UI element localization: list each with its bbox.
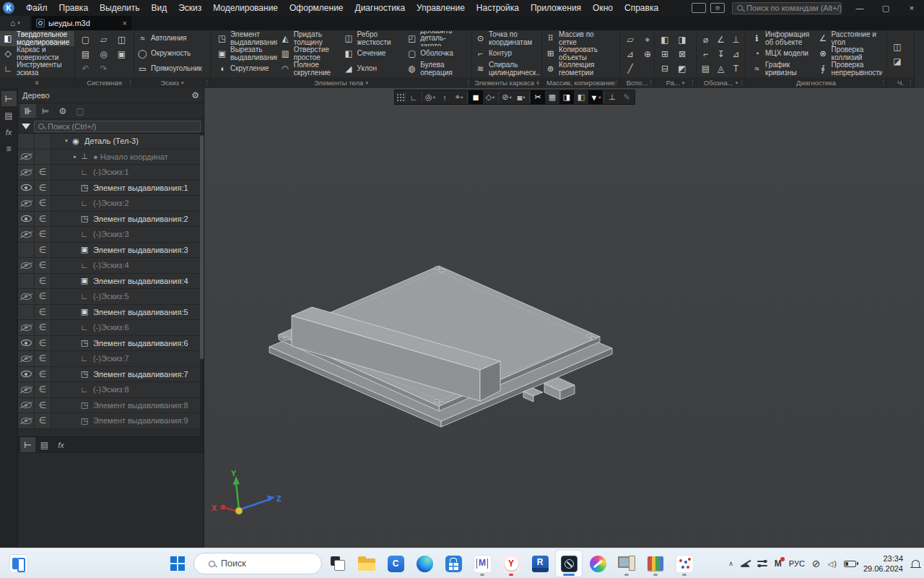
ribbon-group-label[interactable]: Системная [75, 77, 134, 88]
maximize-button[interactable]: ▢ [875, 0, 897, 16]
microsoft-store[interactable] [440, 551, 466, 577]
sliders-icon[interactable] [757, 559, 767, 568]
battery-icon[interactable] [844, 561, 856, 567]
shell[interactable]: ▢ Оболочка [405, 46, 467, 61]
curvature-graph[interactable]: ≈ График кривизны [750, 61, 816, 77]
tree-bottom-tab[interactable]: ⊢ [20, 437, 35, 452]
circle[interactable]: ◯ Окружность [136, 46, 209, 61]
parameters-bottom-tab[interactable]: ▤ [37, 437, 52, 452]
group-grip-icon[interactable] [129, 79, 132, 86]
visibility-toggle[interactable] [18, 196, 35, 211]
copy-objects[interactable]: ⊞ Копировать объекты [544, 46, 618, 61]
list-strip-tab[interactable]: ≡ [1, 141, 17, 156]
edge-browser[interactable] [411, 551, 437, 577]
menu-item[interactable]: Вид [145, 1, 173, 15]
extrude-element[interactable]: ◳ Элемент выдавливания [215, 31, 277, 46]
notifications-bell-icon[interactable] [912, 560, 920, 567]
object-info[interactable]: ℹ Информация об объекте [750, 31, 816, 46]
menu-item[interactable]: Управление [411, 1, 471, 15]
construction-line[interactable]: ╱ [622, 61, 639, 75]
visibility-toggle[interactable] [18, 243, 35, 258]
separator[interactable] [498, 92, 499, 103]
datum-notation[interactable]: ⊥ [728, 33, 744, 46]
origin[interactable]: ▸ ⊥ ● Начало координат [18, 150, 204, 165]
angle-notation[interactable]: ∠ [712, 33, 729, 46]
filter-icon[interactable] [18, 124, 34, 129]
save-as[interactable]: ▣ [113, 47, 130, 61]
ribbon-group-label[interactable]: Ч. [887, 77, 914, 88]
cone-notation[interactable]: ◬ [712, 61, 729, 75]
part-root[interactable]: ▾ ◉ Деталь (Тел-3) [18, 134, 204, 150]
construction-plane[interactable]: ▱ [622, 33, 639, 46]
text-notation[interactable]: T [728, 61, 744, 75]
render-mode-tool[interactable]: ◨ [559, 90, 574, 104]
leader-notation[interactable]: ⌐ [697, 47, 714, 61]
display-style-mode[interactable]: ◇ ▾ [483, 90, 497, 104]
winrar-app[interactable] [642, 551, 668, 577]
task-view[interactable] [325, 551, 351, 577]
krita-app[interactable] [585, 551, 611, 577]
expand-arrow-icon[interactable]: ▸ [71, 154, 79, 160]
sketch-7[interactable]: ∈ ∟ (-)Эскиз:7 [18, 351, 204, 367]
distance-angle[interactable]: ∠ Расстояние и угол [816, 31, 883, 46]
new-document[interactable]: ▢ [77, 33, 94, 46]
group-grip-icon[interactable] [206, 79, 209, 86]
visibility-toggle[interactable] [18, 227, 35, 242]
diameter-notation[interactable]: ⌀ [697, 33, 714, 46]
mode-sketch-tools[interactable]: ∟ Инструменты эскиза [0, 61, 74, 77]
sketch-plane-tool[interactable]: ∟ [406, 90, 421, 104]
model-3d[interactable] [269, 266, 612, 427]
ribbon-group-label[interactable]: Массив, копирование [542, 77, 619, 88]
cylindrical-spiral[interactable]: ≋ Спираль цилиндрическ... [474, 61, 540, 77]
kompas-3d-app[interactable] [556, 551, 582, 577]
group-grip-icon[interactable] [467, 79, 470, 86]
yandex-browser[interactable]: Y [498, 551, 524, 577]
mode-wireframe-surfaces[interactable]: ◇ Каркас и поверхности [0, 46, 74, 61]
taskbar-clock[interactable]: 23:34 29.06.2024 [863, 553, 903, 574]
dimension-5[interactable]: ⊟ [657, 61, 674, 75]
extrude-8[interactable]: ∈ ◳ Элемент выдавливания:8 [18, 398, 204, 414]
separator[interactable] [405, 92, 406, 103]
continuity-check[interactable]: ∮ Проверка непрерывности [816, 61, 883, 77]
collision-check[interactable]: ⊗ Проверка коллизий [816, 46, 883, 61]
ribbon-group-label[interactable]: Вспо... [620, 77, 654, 88]
display-solid-mode[interactable]: ◼ [468, 90, 483, 104]
visibility-toggle[interactable] [18, 305, 35, 320]
menu-item[interactable]: Файл [20, 1, 53, 15]
menu-item[interactable]: Справка [619, 1, 664, 15]
ribbon-group-label[interactable]: Диагностика [746, 77, 886, 88]
onedrive-offline-icon[interactable]: ☁ [741, 558, 750, 569]
geometry-collection[interactable]: ⊛ Коллекция геометрии [544, 61, 618, 77]
extrude-6[interactable]: ∈ ◳ Элемент выдавливания:6 [18, 336, 204, 352]
menu-item[interactable]: Моделирование [207, 1, 284, 15]
ribbon-group-label[interactable]: Ра...▾ [655, 77, 696, 88]
tree-search-input[interactable]: Поиск (Ctrl+/) [34, 121, 201, 132]
zoom-tool[interactable]: ◎ ▾ [423, 90, 437, 104]
separator[interactable] [603, 92, 604, 103]
volume-icon[interactable]: ◁ [828, 559, 837, 568]
network-offline-icon[interactable]: ⊘ [812, 558, 821, 569]
close-button[interactable]: × [901, 0, 923, 16]
group-grip-icon[interactable] [910, 79, 912, 86]
tree-relations-view[interactable]: ⚙ [55, 104, 71, 118]
draft[interactable]: ◢ Уклон [342, 61, 404, 77]
rectangle[interactable]: ▭ Прямоугольник [136, 61, 209, 77]
local-coordinate-system[interactable]: ⊕ [640, 47, 656, 61]
simple-hole[interactable]: ▥ Отверстие простое [279, 46, 341, 61]
start-button[interactable] [165, 551, 191, 577]
mode-solid-modeling[interactable]: ◧ Твердотельное моделирование [0, 31, 74, 46]
menu-item[interactable]: Приложения [525, 1, 587, 15]
section-view-tool[interactable]: ✂ [531, 90, 545, 104]
cut-extrude[interactable]: ▣ Вырезать выдавливанием [215, 46, 277, 61]
construction-axis[interactable]: ⌖ [640, 33, 656, 46]
sketch-5[interactable]: ∈ ∟ (-)Эскиз:5 [18, 289, 204, 305]
stiffening-rib[interactable]: ◫ Ребро жесткости [342, 31, 404, 46]
menu-item[interactable]: Окно [587, 1, 619, 15]
sketch-3[interactable]: ∈ ∟ (-)Эскиз:3 [18, 227, 204, 243]
drawing-view-2[interactable]: ◪ [889, 54, 906, 68]
separator[interactable] [422, 92, 422, 103]
orientation-tool[interactable]: ↑ [437, 90, 452, 104]
sketch-4[interactable]: ∈ ∟ (-)Эскиз:4 [18, 258, 204, 274]
app-logo-icon[interactable]: K [3, 2, 14, 14]
open-document[interactable]: ▱ [95, 33, 112, 46]
